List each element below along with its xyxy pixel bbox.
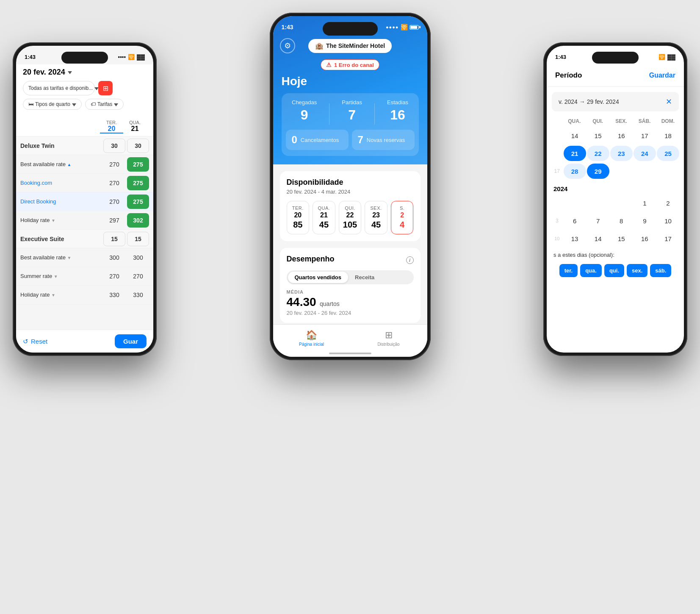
cal-cell-empty10: 10 xyxy=(551,231,563,246)
weekday-sab[interactable]: sáb. xyxy=(650,264,671,277)
stat-partidas: Partidas 7 xyxy=(342,99,362,125)
cal-cell-mar10[interactable]: 10 xyxy=(657,213,679,228)
cal-cell-24[interactable]: 24 xyxy=(634,146,656,161)
cell-holiday2-qua[interactable]: 330 xyxy=(127,288,149,302)
cell-bar2-qua[interactable]: 300 xyxy=(127,250,149,265)
error-badge-container: ⚠ 1 Erro do canal xyxy=(273,57,427,70)
cell-bar-qua[interactable]: 275 xyxy=(127,157,149,172)
cell-booking-qua[interactable]: 275 xyxy=(127,176,149,190)
avail-day-20[interactable]: TER. 20 85 xyxy=(287,201,310,234)
cal-row-1: 14 15 16 17 18 xyxy=(551,128,680,144)
avail-day-partial[interactable]: S. 2 4 xyxy=(391,201,414,234)
cell-direct-ter[interactable]: 270 xyxy=(103,194,125,209)
tab-receita-label: Receita xyxy=(355,274,374,281)
cal-cell-mar9[interactable]: 9 xyxy=(634,213,656,228)
cell-summer-qua[interactable]: 270 xyxy=(127,269,149,283)
weekday-qua[interactable]: qua. xyxy=(580,264,602,277)
date-row[interactable]: 20 fev. 2024 xyxy=(23,68,147,77)
availability-days: TER. 20 85 QUA. 21 45 QUI. 22 105 xyxy=(287,201,414,234)
avail-day-20-value: 85 xyxy=(290,220,307,230)
cal-cell-14[interactable]: 14 xyxy=(564,128,586,143)
rates-filter[interactable]: 🏷 Tarifas xyxy=(85,99,124,110)
avail-day-partial-name: S. xyxy=(394,206,411,211)
cal-cell-mar7[interactable]: 7 xyxy=(587,213,609,228)
col-ter-name: TER. xyxy=(100,120,123,125)
stats-bottom: 0 Cancelamentos 7 Novas reservas xyxy=(286,130,415,150)
room-types-label: Tipos de quarto xyxy=(35,101,70,107)
cell-holiday-ter[interactable]: 297 xyxy=(103,213,125,228)
cal-cell-mar15[interactable]: 15 xyxy=(610,231,633,246)
avail-day-23-name: SEX. xyxy=(368,206,385,211)
stat-reservas: 7 Novas reservas xyxy=(352,130,415,150)
tab-receita[interactable]: Receita xyxy=(348,272,381,283)
row-label-holiday: Holiday rate ▼ xyxy=(20,217,102,223)
cal-cell-mar14[interactable]: 14 xyxy=(587,231,609,246)
date-chevron-icon[interactable] xyxy=(68,71,72,74)
room-types-filter[interactable]: 🛏 Tipos de quarto xyxy=(23,99,82,110)
cal-cell-mar6[interactable]: 6 xyxy=(564,213,586,228)
cal-cell-mar2[interactable]: 2 xyxy=(657,195,679,211)
tab-pagina-inicial[interactable]: 🏠 Página inicial xyxy=(273,328,350,348)
table-row: Deluxe Twin 30 30 xyxy=(16,136,153,155)
weekday-sex[interactable]: sex. xyxy=(627,264,647,277)
error-badge[interactable]: ⚠ 1 Erro do canal xyxy=(321,59,379,70)
hotel-name-pill[interactable]: 🏨 The SiteMinder Hotel xyxy=(308,39,392,53)
cal-cell-21[interactable]: 21 xyxy=(564,146,586,161)
performance-header: Desempenho i xyxy=(287,255,414,265)
cal-cell-mar1[interactable]: 1 xyxy=(634,195,656,211)
cell-deluxe-qua[interactable]: 30 xyxy=(127,139,149,153)
table-row: Best available rate ▼ 300 300 xyxy=(16,248,153,267)
cal-cell-18[interactable]: 18 xyxy=(657,128,679,143)
avail-day-21-value: 45 xyxy=(315,220,332,230)
hoje-section: Hoje Chegadas 9 Partidas 7 xyxy=(273,70,427,156)
tab-quartos[interactable]: Quartos vendidos xyxy=(288,272,349,283)
cell-holiday-qua[interactable]: 302 xyxy=(127,213,149,228)
cal-cell-15[interactable]: 15 xyxy=(587,128,609,143)
left-header: 20 fev. 2024 Todas as tarifas e disponib… xyxy=(16,64,153,117)
cell-deluxe-ter[interactable]: 30 xyxy=(103,139,125,153)
reset-button[interactable]: ↺ Reset xyxy=(23,334,47,348)
cal-cell-29[interactable]: 29 xyxy=(587,164,609,179)
cal-cell-17[interactable]: 17 xyxy=(634,128,656,143)
save-button[interactable]: Guar xyxy=(115,334,147,348)
cell-direct-qua[interactable]: 275 xyxy=(127,194,149,209)
cell-summer-ter[interactable]: 270 xyxy=(103,269,125,283)
weekday-ter[interactable]: ter. xyxy=(559,264,578,277)
battery-icon: ▓▓ xyxy=(137,54,145,60)
cell-exec-qua[interactable]: 15 xyxy=(127,232,149,246)
cal-header-empty1 xyxy=(551,117,563,126)
right-save-button[interactable]: Guardar xyxy=(649,72,675,79)
cell-bar2-ter[interactable]: 300 xyxy=(103,250,125,265)
avail-day-22[interactable]: QUI. 22 105 xyxy=(339,201,362,234)
avail-day-23[interactable]: SEX. 23 45 xyxy=(365,201,387,234)
cell-exec-ter[interactable]: 15 xyxy=(103,232,125,246)
cal-cell-mar8[interactable]: 8 xyxy=(610,213,633,228)
avail-day-21-name: QUA. xyxy=(315,206,332,211)
cal-cell-mar13[interactable]: 13 xyxy=(564,231,586,246)
status-time-center: 1:43 xyxy=(282,24,293,31)
stat-divider2 xyxy=(374,103,375,125)
all-rates-filter[interactable]: Todas as tarifas e disponib... xyxy=(23,81,95,95)
avail-day-21[interactable]: QUA. 21 45 xyxy=(313,201,335,234)
cal-cell-23[interactable]: 23 xyxy=(610,146,633,161)
cell-bar-ter[interactable]: 270 xyxy=(103,157,125,172)
info-icon[interactable]: i xyxy=(406,256,414,264)
cell-holiday2-ter[interactable]: 330 xyxy=(103,288,125,302)
clear-date-button[interactable]: ✕ xyxy=(666,97,672,106)
cal-cell-mar17[interactable]: 17 xyxy=(657,231,679,246)
cal-cell-22[interactable]: 22 xyxy=(587,146,609,161)
cell-booking-ter[interactable]: 270 xyxy=(103,176,125,190)
settings-button[interactable]: ⚙ xyxy=(280,38,295,53)
stat-divider1 xyxy=(329,103,329,125)
row-label-bar2: Best available rate ▼ xyxy=(20,254,102,261)
weekday-qui[interactable]: qui. xyxy=(604,264,624,277)
filter-action-btn[interactable]: ⊞ xyxy=(98,81,113,95)
tab-distribuicao[interactable]: ⊞ Distribuição xyxy=(350,328,427,348)
cal-cell-16[interactable]: 16 xyxy=(610,128,633,143)
cal-cell-empty3 xyxy=(634,164,656,179)
avail-day-20-num: 20 xyxy=(290,211,307,219)
reset-icon: ↺ xyxy=(23,338,28,345)
cal-cell-28[interactable]: 28 xyxy=(564,164,586,179)
cal-cell-mar16[interactable]: 16 xyxy=(634,231,656,246)
cal-cell-25[interactable]: 25 xyxy=(657,146,679,161)
